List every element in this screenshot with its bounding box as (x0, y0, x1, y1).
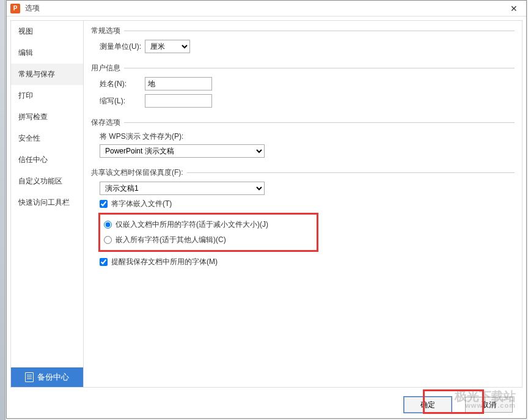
backup-center-button[interactable]: 备份中心 (11, 367, 83, 387)
document-icon (25, 372, 34, 382)
sidebar-item-spellcheck[interactable]: 拼写检查 (11, 106, 83, 128)
section-user: 用户信息 姓名(N): 缩写(L): (91, 63, 515, 111)
embed-fonts-label: 将字体嵌入文件(T) (111, 199, 172, 209)
embed-fonts-checkbox[interactable] (100, 200, 108, 208)
save-as-label: 将 WPS演示 文件存为(P): (100, 131, 183, 142)
initials-label: 缩写(L): (100, 96, 141, 106)
name-label: 姓名(N): (100, 79, 141, 89)
ok-button[interactable]: 确定 (404, 397, 452, 413)
radio-all[interactable] (104, 236, 112, 244)
initials-input[interactable] (145, 94, 212, 108)
sidebar-item-security[interactable]: 安全性 (11, 128, 83, 149)
titlebar: P 选项 ✕ (7, 1, 526, 17)
section-user-legend: 用户信息 (91, 63, 124, 73)
measure-unit-label: 测量单位(U): (100, 42, 141, 52)
section-general-legend: 常规选项 (91, 26, 124, 36)
sidebar-item-quick-access[interactable]: 快速访问工具栏 (11, 192, 83, 213)
window-title: 选项 (25, 3, 505, 13)
backup-center-label: 备份中心 (37, 372, 69, 383)
section-save-legend: 保存选项 (91, 117, 124, 128)
measure-unit-select[interactable]: 厘米 (145, 40, 190, 53)
share-doc-select[interactable]: 演示文稿1 (100, 182, 265, 195)
radio-subset[interactable] (104, 221, 112, 229)
dialog-footer: 确定 取消 (7, 391, 526, 418)
sidebar-item-edit[interactable]: 编辑 (11, 42, 83, 64)
save-as-select[interactable]: PowerPoint 演示文稿 (100, 144, 265, 158)
section-share-legend: 共享该文档时保留保真度(F): (91, 168, 187, 178)
sidebar-item-trust-center[interactable]: 信任中心 (11, 149, 83, 171)
sidebar-item-print[interactable]: 打印 (11, 85, 83, 106)
radio-row-all[interactable]: 嵌入所有字符(适于其他人编辑)(C) (104, 232, 312, 248)
sidebar-item-custom-ribbon[interactable]: 自定义功能区 (11, 171, 83, 192)
section-general: 常规选项 测量单位(U): 厘米 (91, 26, 515, 57)
remind-fonts-checkbox[interactable] (100, 258, 108, 266)
radio-all-label: 嵌入所有字符(适于其他人编辑)(C) (116, 235, 226, 245)
options-dialog: P 选项 ✕ 视图 编辑 常规与保存 打印 拼写检查 安全性 信任中心 自定义功… (6, 0, 527, 419)
cancel-button[interactable]: 取消 (465, 397, 513, 413)
section-save: 保存选项 将 WPS演示 文件存为(P): PowerPoint 演示文稿 (91, 117, 515, 161)
radio-row-subset[interactable]: 仅嵌入文档中所用的字符(适于减小文件大小)(J) (104, 217, 312, 232)
window-edge (0, 0, 6, 420)
sidebar-item-view[interactable]: 视图 (11, 21, 83, 42)
close-icon[interactable]: ✕ (505, 2, 522, 15)
embed-options-highlight: 仅嵌入文档中所用的字符(适于减小文件大小)(J) 嵌入所有字符(适于其他人编辑)… (98, 213, 318, 252)
sidebar-nav: 视图 编辑 常规与保存 打印 拼写检查 安全性 信任中心 自定义功能区 快速访问… (11, 21, 83, 367)
radio-subset-label: 仅嵌入文档中所用的字符(适于减小文件大小)(J) (116, 219, 268, 230)
section-share: 共享该文档时保留保真度(F): 演示文稿1 将字体嵌入文件(T) 仅嵌入文档中所… (91, 168, 515, 271)
dialog-body: 视图 编辑 常规与保存 打印 拼写检查 安全性 信任中心 自定义功能区 快速访问… (7, 17, 526, 391)
app-icon: P (10, 4, 20, 13)
sidebar: 视图 编辑 常规与保存 打印 拼写检查 安全性 信任中心 自定义功能区 快速访问… (10, 20, 84, 388)
name-input[interactable] (145, 77, 212, 90)
remind-fonts-label: 提醒我保存文档中所用的字体(M) (111, 257, 218, 267)
sidebar-item-general-save[interactable]: 常规与保存 (11, 64, 83, 85)
content-panel: 常规选项 测量单位(U): 厘米 用户信息 姓名(N): 缩写(L): (84, 20, 522, 388)
